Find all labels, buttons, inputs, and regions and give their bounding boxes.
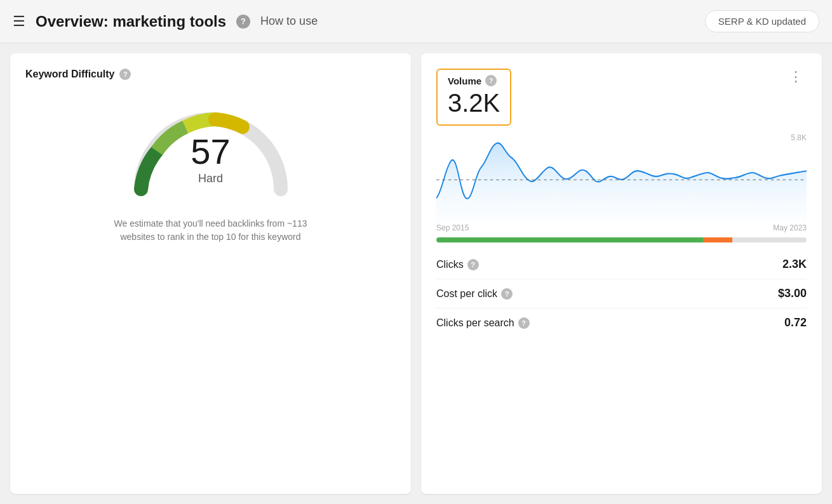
keyword-difficulty-card: Keyword Difficulty ? 57 Hard We es <box>10 53 411 494</box>
kd-card-title: Keyword Difficulty ? <box>25 69 131 80</box>
cpc-label: Cost per click ? <box>436 288 513 300</box>
kd-score: 57 <box>191 134 230 169</box>
clicks-label: Clicks ? <box>436 259 479 270</box>
page-title: Overview: marketing tools <box>36 13 226 30</box>
hamburger-icon[interactable]: ☰ <box>13 15 25 29</box>
chart-date-end: May 2023 <box>773 223 807 232</box>
chart-area: 5.8K <box>436 133 807 222</box>
volume-header: Volume ? 3.2K ⋮ <box>436 69 807 131</box>
progress-bar <box>436 237 807 242</box>
cpc-label-text: Cost per click <box>436 288 497 300</box>
kd-description: We estimate that you'll need backlinks f… <box>109 217 312 244</box>
progress-green <box>436 237 703 242</box>
kd-title-text: Keyword Difficulty <box>25 69 114 80</box>
clicks-value: 2.3K <box>782 258 807 271</box>
chart-dates: Sep 2015 May 2023 <box>436 223 807 232</box>
cps-info-icon[interactable]: ? <box>518 317 530 329</box>
metric-row-clicks: Clicks ? 2.3K <box>436 250 807 279</box>
volume-title-text: Volume <box>448 76 481 86</box>
volume-value: 3.2K <box>448 89 500 117</box>
chart-date-start: Sep 2015 <box>436 223 469 232</box>
metric-row-cpc: Cost per click ? $3.00 <box>436 279 807 308</box>
progress-orange <box>703 237 733 242</box>
kd-info-icon[interactable]: ? <box>119 69 131 80</box>
volume-card: Volume ? 3.2K ⋮ 5.8K <box>421 53 822 494</box>
more-options-icon[interactable]: ⋮ <box>785 69 807 85</box>
gauge-container: 57 Hard <box>122 95 300 197</box>
clicks-label-text: Clicks <box>436 259 464 270</box>
volume-label: Volume ? <box>448 75 500 86</box>
clicks-info-icon[interactable]: ? <box>467 259 479 270</box>
cps-label: Clicks per search ? <box>436 317 530 329</box>
main-content: Keyword Difficulty ? 57 Hard We es <box>0 43 832 504</box>
serp-badge: SERP & KD updated <box>705 10 819 32</box>
volume-chart-svg <box>436 133 807 222</box>
header: ☰ Overview: marketing tools ? How to use… <box>0 0 832 43</box>
cpc-value: $3.00 <box>778 287 807 300</box>
gauge-center: 57 Hard <box>191 134 230 185</box>
cpc-info-icon[interactable]: ? <box>501 288 513 300</box>
metrics-list: Clicks ? 2.3K Cost per click ? $3.00 Cli… <box>436 250 807 337</box>
chart-max-label: 5.8K <box>791 133 807 142</box>
kd-difficulty-label: Hard <box>191 172 230 185</box>
header-help-icon[interactable]: ? <box>236 15 250 29</box>
cps-value: 0.72 <box>784 316 807 329</box>
volume-box: Volume ? 3.2K <box>436 69 511 126</box>
how-to-use-link[interactable]: How to use <box>260 15 318 28</box>
metric-row-cps: Clicks per search ? 0.72 <box>436 308 807 337</box>
volume-info-icon[interactable]: ? <box>485 75 497 86</box>
cps-label-text: Clicks per search <box>436 317 514 329</box>
